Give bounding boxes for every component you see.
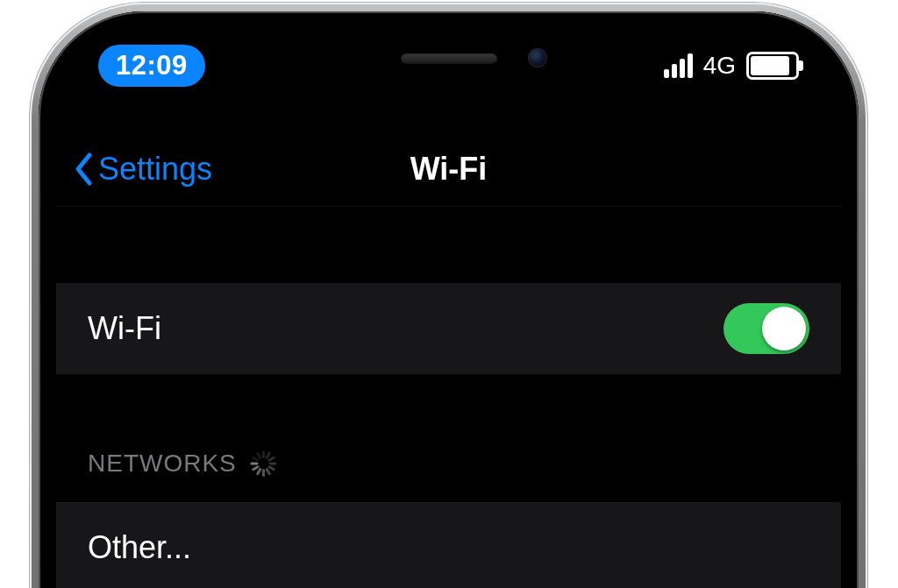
status-right: 4G	[664, 52, 799, 80]
screen: 12:09 4G	[56, 29, 841, 588]
nav-header: Settings Wi-Fi	[56, 132, 841, 207]
networks-header-label: NETWORKS	[88, 450, 237, 478]
battery-fill	[751, 56, 789, 75]
speaker-grille	[401, 53, 497, 64]
cellular-signal-icon	[664, 53, 693, 78]
wifi-row-label: Wi-Fi	[88, 310, 161, 347]
chevron-left-icon	[74, 152, 93, 186]
device-bezel: 12:09 4G	[39, 11, 859, 588]
other-network-label: Other...	[88, 529, 191, 566]
stage: 12:09 4G	[0, 0, 898, 588]
status-time: 12:09	[116, 50, 188, 81]
back-button[interactable]: Settings	[74, 132, 212, 206]
wifi-toggle[interactable]	[723, 303, 809, 354]
notch	[274, 29, 624, 83]
toggle-knob	[762, 307, 806, 351]
page-title: Wi-Fi	[410, 151, 488, 188]
battery-icon	[746, 52, 799, 80]
front-camera	[528, 48, 547, 67]
other-network-row[interactable]: Other...	[56, 502, 841, 588]
loading-spinner-icon	[251, 450, 277, 477]
back-button-label: Settings	[98, 151, 212, 188]
networks-section-header: NETWORKS	[88, 450, 277, 478]
device-frame: 12:09 4G	[30, 3, 867, 588]
wifi-toggle-row[interactable]: Wi-Fi	[56, 283, 841, 374]
status-time-pill[interactable]: 12:09	[98, 45, 205, 87]
network-type-label: 4G	[703, 52, 736, 80]
